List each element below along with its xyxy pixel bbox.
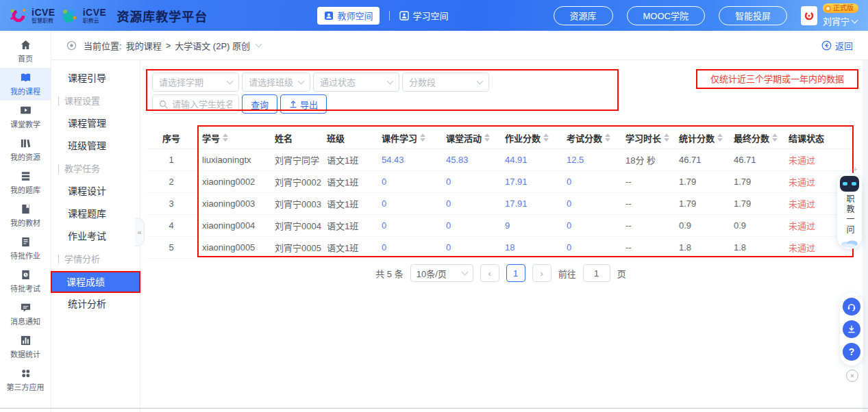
submenu-item[interactable]: 课程成绩 <box>51 272 140 292</box>
rail-item-third-party-apps[interactable]: 第三方应用 <box>0 363 51 396</box>
close-floating-button[interactable]: × <box>846 370 858 382</box>
scrollbar-track[interactable] <box>863 60 868 412</box>
col-stat-score[interactable]: 统计分数 <box>672 131 727 144</box>
sort-icon[interactable] <box>484 133 490 142</box>
close-icon: × <box>850 372 854 380</box>
left-rail: 首页 我的课程 课堂教学 我的资源 我的题库 我的教材 待批作业 待批考试 消息… <box>0 31 51 412</box>
score-range-select-input[interactable] <box>409 77 473 88</box>
cell-courseware[interactable]: 54.43 <box>375 155 439 165</box>
rail-item-pending-homework[interactable]: 待批作业 <box>0 232 51 265</box>
cell-exam[interactable]: 12.5 <box>560 155 619 165</box>
current-page-button[interactable]: 1 <box>506 264 525 282</box>
submenu-item[interactable]: 课程设计 <box>51 180 140 203</box>
col-exam[interactable]: 考试分数 <box>560 131 619 144</box>
col-duration[interactable]: 学习时长 <box>619 131 672 144</box>
cell-courseware[interactable]: 0 <box>375 242 439 253</box>
goto-unit: 页 <box>617 267 626 280</box>
submenu-item[interactable]: 班级管理 <box>51 135 140 157</box>
sort-icon[interactable] <box>605 133 610 142</box>
cell-student-id: xiaoning0004 <box>195 220 268 231</box>
class-select-input[interactable] <box>249 77 295 88</box>
sort-icon[interactable] <box>420 133 425 142</box>
cell-activity[interactable]: 0 <box>439 220 498 231</box>
cell-activity[interactable]: 0 <box>439 177 498 187</box>
chevron-down-icon[interactable] <box>256 41 262 48</box>
page-size-select[interactable]: 10条/页 <box>410 264 473 282</box>
cell-courseware[interactable]: 0 <box>375 177 439 187</box>
sort-icon[interactable] <box>717 133 723 142</box>
sort-icon[interactable] <box>223 133 228 142</box>
rail-item-data-statistics[interactable]: 数据统计 <box>0 331 51 363</box>
breadcrumb-course-name[interactable]: 大学语文 (2P) 原创 <box>175 39 250 52</box>
cell-activity[interactable]: 45.83 <box>439 155 498 165</box>
sort-icon[interactable] <box>772 133 778 142</box>
student-name-input[interactable] <box>172 99 232 110</box>
back-button[interactable]: 返回 <box>821 39 853 52</box>
col-activity[interactable]: 课堂活动 <box>439 131 498 144</box>
resource-library-button[interactable]: 资源库 <box>554 6 613 25</box>
cell-activity[interactable]: 0 <box>439 198 498 209</box>
submenu-item[interactable]: 学情分析 <box>51 248 140 270</box>
submenu-item[interactable]: 课程管理 <box>51 112 140 135</box>
rail-item-home[interactable]: 首页 <box>0 35 51 68</box>
tab-teacher-space[interactable]: 教师空间 <box>317 7 380 25</box>
breadcrumb-my-courses[interactable]: 我的课程 <box>126 39 162 52</box>
tab-learning-space[interactable]: 学习空间 <box>399 9 448 22</box>
submenu-item[interactable]: 课程题库 <box>51 203 140 225</box>
cell-courseware[interactable]: 0 <box>375 220 439 231</box>
user-menu[interactable]: 刘宵宁 <box>823 14 857 27</box>
semester-select-input[interactable] <box>159 77 223 88</box>
customer-service-button[interactable] <box>843 298 860 316</box>
score-range-select[interactable] <box>402 73 489 92</box>
zhijiaoyun-logo-icon <box>60 7 78 25</box>
col-final-score[interactable]: 最终分数 <box>727 131 782 144</box>
goto-page-input[interactable] <box>583 264 610 282</box>
next-page-button[interactable]: › <box>532 264 551 282</box>
sort-icon[interactable] <box>664 133 669 142</box>
rail-item-classroom-teaching[interactable]: 课堂教学 <box>0 101 51 133</box>
cell-homework[interactable]: 9 <box>498 220 560 231</box>
class-select[interactable] <box>242 73 310 92</box>
semester-select[interactable] <box>152 73 239 92</box>
cell-duration: -- <box>619 220 672 231</box>
submenu-item[interactable]: 课程设置 <box>51 90 140 112</box>
sidebar-collapse-handle[interactable]: « <box>135 218 145 246</box>
prev-page-button[interactable]: ‹ <box>480 264 499 282</box>
rail-item-my-courses[interactable]: 我的课程 <box>0 68 51 101</box>
rail-item-my-resources[interactable]: 我的资源 <box>0 133 51 166</box>
cell-homework[interactable]: 17.91 <box>498 198 560 209</box>
rail-item-pending-exams[interactable]: 待批考试 <box>0 265 51 298</box>
filter-bar: 查询 导出 <box>152 73 489 114</box>
cell-exam[interactable]: 0 <box>560 177 619 187</box>
col-homework[interactable]: 作业分数 <box>498 131 560 144</box>
smart-casting-button[interactable]: 智能投屏 <box>719 6 787 25</box>
cell-exam[interactable]: 0 <box>560 198 619 209</box>
sort-icon[interactable] <box>543 133 549 142</box>
cell-exam[interactable]: 0 <box>560 242 619 253</box>
rail-item-question-bank[interactable]: 我的题库 <box>0 166 51 199</box>
download-button[interactable] <box>843 320 860 338</box>
submenu-item[interactable]: 统计分析 <box>51 293 140 316</box>
cell-courseware[interactable]: 0 <box>375 198 439 209</box>
mooc-academy-button[interactable]: MOOC学院 <box>627 6 705 25</box>
col-courseware[interactable]: 课件学习 <box>375 131 439 144</box>
cell-homework[interactable]: 17.91 <box>498 177 560 187</box>
assistant-widget[interactable]: 职教一问 <box>837 172 862 249</box>
cell-homework[interactable]: 44.91 <box>498 155 560 165</box>
export-button[interactable]: 导出 <box>280 94 327 114</box>
rail-item-messages[interactable]: 消息通知 <box>0 298 51 331</box>
avatar[interactable] <box>801 6 817 25</box>
submenu-item[interactable]: 课程引导 <box>51 67 140 90</box>
submenu-item[interactable]: 教学任务 <box>51 157 140 180</box>
submenu-item[interactable]: 作业考试 <box>51 225 140 248</box>
search-button[interactable]: 查询 <box>242 94 277 114</box>
col-student-id[interactable]: 学号 <box>195 131 268 144</box>
help-button[interactable]: ? <box>843 343 860 361</box>
student-name-field[interactable] <box>152 94 239 114</box>
pass-status-select[interactable] <box>313 73 399 92</box>
cell-activity[interactable]: 0 <box>439 242 498 253</box>
cell-exam[interactable]: 0 <box>560 220 619 231</box>
cell-homework[interactable]: 18 <box>498 242 560 253</box>
pass-status-select-input[interactable] <box>320 77 384 88</box>
rail-item-textbooks[interactable]: 我的教材 <box>0 199 51 232</box>
